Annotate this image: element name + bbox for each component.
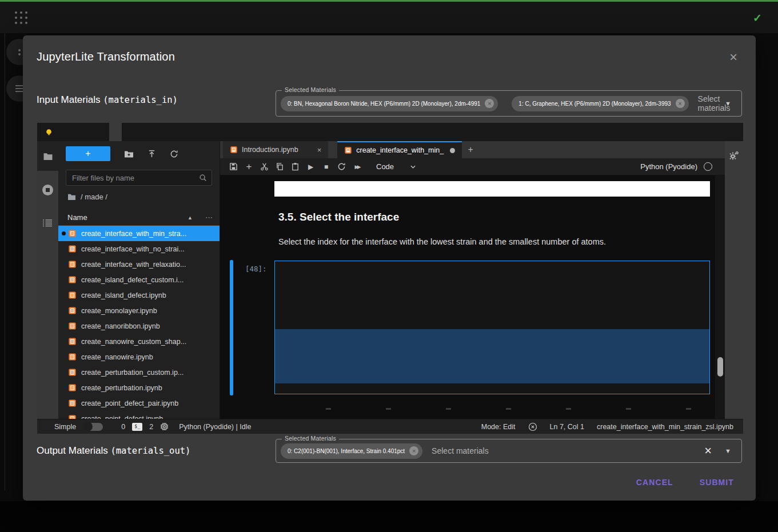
file-list-header[interactable]: Name ▲ ⋯ xyxy=(58,210,220,226)
unsaved-changes-dot[interactable] xyxy=(450,148,455,153)
file-name: create_island_defect_custom.i... xyxy=(81,276,183,284)
tab-close-icon[interactable]: × xyxy=(317,146,322,154)
code-line xyxy=(275,286,709,297)
file-row[interactable]: create_point_defect_pair.ipynb xyxy=(58,395,220,411)
select-materials-placeholder: Select materials xyxy=(698,94,741,113)
jupyterlab-menu-item[interactable] xyxy=(109,123,122,141)
simple-mode-toggle[interactable] xyxy=(83,423,103,431)
tab-introduction[interactable]: Introduction.ipynb × xyxy=(223,141,328,158)
input-material-chips: 0: BN, Hexagonal Boron Nitride, HEX (P6/… xyxy=(281,96,689,111)
code-line xyxy=(275,351,709,362)
clear-selection-icon[interactable]: × xyxy=(704,445,712,457)
copy-cell-icon[interactable] xyxy=(272,159,288,174)
notebook-panel: Introduction.ipynb × create_interface_wi… xyxy=(220,141,725,419)
input-materials-select[interactable]: Selected Materials 0: BN, Hexagonal Boro… xyxy=(276,90,742,117)
code-cell-editor[interactable] xyxy=(274,261,710,394)
jupyterlab-menu-item[interactable] xyxy=(122,123,134,141)
running-sessions-tab[interactable] xyxy=(42,185,53,195)
save-icon[interactable] xyxy=(226,159,241,174)
file-browser-tab[interactable] xyxy=(37,141,58,171)
dropdown-caret-icon[interactable]: ▼ xyxy=(725,100,731,107)
file-row[interactable]: create_nanoribbon.ipynb xyxy=(58,318,220,334)
upload-icon[interactable] xyxy=(147,150,156,158)
stop-kernel-icon[interactable]: ■ xyxy=(318,159,334,174)
material-chip[interactable]: 1: C, Graphene, HEX (P6/mmm) 2D (Monolay… xyxy=(512,96,688,111)
app-logo-icon[interactable] xyxy=(14,11,28,25)
notebook-file-icon xyxy=(68,245,77,253)
trust-shield-icon[interactable] xyxy=(528,422,537,431)
jupyterlab-frame: + Filter files by name xyxy=(37,123,743,434)
cell-collapser-bar[interactable] xyxy=(230,260,233,395)
restart-kernel-icon[interactable] xyxy=(334,159,349,174)
check-icon: ✓ xyxy=(753,11,762,25)
dropdown-caret-icon[interactable]: ▼ xyxy=(725,447,731,454)
jupyterlab-menu-item[interactable] xyxy=(147,123,159,141)
cursor-position[interactable]: Ln 7, Col 1 xyxy=(550,423,584,431)
new-launcher-button[interactable]: + xyxy=(66,146,110,161)
chip-delete-icon[interactable]: × xyxy=(409,446,418,455)
file-name: create_nanoribbon.ipynb xyxy=(81,322,160,330)
tab-create-interface[interactable]: create_interface_with_min_ xyxy=(337,141,462,158)
settings-gears-icon[interactable] xyxy=(728,150,740,164)
kernel-chip-icon xyxy=(160,422,169,431)
file-row[interactable]: create_island_defect.ipynb xyxy=(58,287,220,303)
material-chip-label: 0: BN, Hexagonal Boron Nitride, HEX (P6/… xyxy=(288,101,480,107)
notebook-file-icon xyxy=(68,414,77,419)
jupyterlab-menu-item[interactable] xyxy=(97,123,109,141)
notebook-content[interactable]: 3.5. Select the interface Select the ind… xyxy=(220,175,725,419)
submit-button[interactable]: SUBMIT xyxy=(691,472,743,493)
jupyterlite-transformation-dialog: JupyterLite Transformation × Input Mater… xyxy=(23,35,756,501)
material-chip[interactable]: 0: BN, Hexagonal Boron Nitride, HEX (P6/… xyxy=(281,96,498,111)
run-cell-icon[interactable]: ▶ xyxy=(303,159,318,174)
file-row[interactable]: create_point_defect.ipynb xyxy=(58,411,220,419)
file-row[interactable]: create_nanowire_custom_shap... xyxy=(58,334,220,349)
cell-type-dropdown[interactable]: Code xyxy=(376,162,416,171)
kernel-indicator[interactable]: Python (Pyodide) xyxy=(640,162,725,171)
jupyterlab-menu-item[interactable] xyxy=(71,123,84,141)
file-row[interactable]: create_island_defect_custom.i... xyxy=(58,272,220,287)
activity-bar xyxy=(37,141,58,419)
table-of-contents-tab[interactable] xyxy=(42,219,53,230)
insert-cell-icon[interactable]: + xyxy=(241,159,257,174)
jupyterlab-menu-item[interactable] xyxy=(84,123,97,141)
add-tab-button[interactable]: + xyxy=(462,141,479,158)
file-row[interactable]: create_monolayer.ipynb xyxy=(58,303,220,318)
new-folder-icon[interactable] xyxy=(124,150,134,158)
cut-cell-icon[interactable] xyxy=(257,159,272,174)
scrollbar-thumb[interactable] xyxy=(717,357,723,377)
refresh-icon[interactable] xyxy=(170,150,178,158)
notebook-file-icon xyxy=(230,146,238,154)
cancel-button[interactable]: CANCEL xyxy=(627,472,683,493)
simple-mode-label: Simple xyxy=(54,423,76,431)
chip-delete-icon[interactable]: × xyxy=(676,99,685,108)
filter-files-input[interactable]: Filter files by name xyxy=(66,170,212,186)
dialog-close-icon[interactable]: × xyxy=(729,50,737,64)
next-cell-peek xyxy=(326,408,691,410)
lightbulb-icon xyxy=(45,128,53,137)
more-options-icon[interactable]: ⋯ xyxy=(205,213,213,222)
file-row[interactable]: create_interface_with_min_stra... xyxy=(58,226,220,241)
kernel-status-text[interactable]: Python (Pyodide) | Idle xyxy=(179,423,251,431)
restart-run-all-icon[interactable]: ▶▶ xyxy=(349,159,365,174)
editor-mode[interactable]: Mode: Edit xyxy=(481,423,516,431)
material-chip[interactable]: 0: C2(001)-BN(001), Interface, Strain 0.… xyxy=(281,443,422,459)
notebook-scrollbar[interactable] xyxy=(715,175,725,419)
jupyterlab-menu-item[interactable] xyxy=(59,123,71,141)
file-row[interactable]: create_interface_with_relaxatio... xyxy=(58,257,220,272)
kernels-count[interactable]: 2 xyxy=(149,423,153,431)
paste-cell-icon[interactable] xyxy=(288,159,303,174)
jupyterlab-menu-item[interactable] xyxy=(134,123,147,141)
file-row[interactable]: create_perturbation.ipynb xyxy=(58,380,220,395)
background-divider xyxy=(5,33,5,490)
breadcrumb[interactable]: / made / xyxy=(67,193,107,201)
file-name: create_nanowire.ipynb xyxy=(81,353,153,361)
output-materials-select[interactable]: Selected Materials 0: C2(001)-BN(001), I… xyxy=(276,439,742,463)
file-row[interactable]: create_perturbation_custom.ip... xyxy=(58,365,220,380)
kernel-status-icon xyxy=(704,162,712,171)
chip-delete-icon[interactable]: × xyxy=(485,99,494,108)
terminals-count[interactable]: 0 xyxy=(121,423,125,431)
code-line xyxy=(275,318,709,329)
file-list: create_interface_with_min_stra... create… xyxy=(58,226,220,419)
file-row[interactable]: create_nanowire.ipynb xyxy=(58,349,220,365)
file-row[interactable]: create_interface_with_no_strai... xyxy=(58,241,220,257)
